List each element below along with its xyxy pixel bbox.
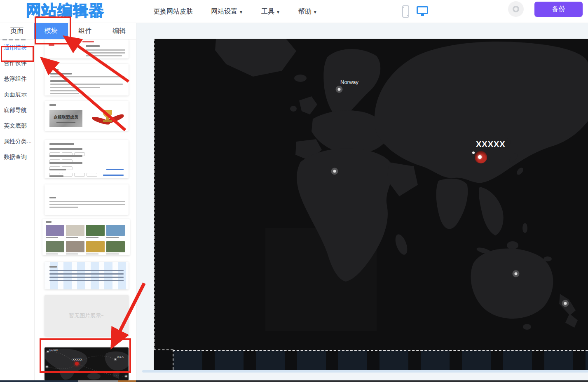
- photo-thumbnail: [46, 241, 64, 252]
- footer-tile: [338, 350, 367, 370]
- text-line: [49, 143, 74, 145]
- mini-map-label-center: XXXXX: [73, 358, 82, 361]
- category-item-合作伙伴[interactable]: 合作伙伴: [0, 55, 34, 71]
- backup-button[interactable]: 备份: [534, 2, 583, 17]
- preview-eye-button[interactable]: [508, 1, 524, 17]
- text-line: [50, 80, 68, 82]
- desktop-view-icon[interactable]: [417, 6, 428, 17]
- menu-item-4[interactable]: 帮助▼: [298, 7, 317, 16]
- footer-tile: [586, 350, 588, 370]
- marker-core: [564, 302, 567, 305]
- text-line: [49, 204, 125, 205]
- tab-组件[interactable]: 组件: [68, 23, 103, 39]
- world-map: [154, 39, 588, 350]
- photo-cell: [66, 241, 84, 255]
- mini-map-label-usa: U.S.A: [117, 356, 124, 358]
- module-selection-border-bottom: [154, 349, 173, 350]
- photo-cell: [106, 225, 125, 240]
- module-thumbnail-contact[interactable]: [45, 140, 129, 178]
- module-thumbnail-honor[interactable]: 企服联盟成员: [45, 101, 129, 131]
- photo-caption: [86, 254, 98, 254]
- category-item-属性分类...[interactable]: 属性分类...: [0, 133, 34, 149]
- category-item-英文底部[interactable]: 英文底部: [0, 118, 34, 133]
- footer-tile: [215, 350, 244, 370]
- photo-cell: [86, 241, 105, 255]
- menu-item-label: 更换网站皮肤: [153, 8, 193, 15]
- photo-cell: [86, 225, 105, 240]
- trophy-cup: [103, 110, 112, 117]
- menu-item-label: 网站设置: [211, 8, 237, 15]
- photo-thumbnail: [86, 225, 105, 236]
- mini-map-dot: [46, 366, 48, 368]
- footer-divider: [142, 370, 588, 373]
- footer-tile: [462, 350, 491, 370]
- chevron-down-icon: ▼: [276, 10, 280, 14]
- footer-tile: [503, 350, 532, 370]
- footer-tile: [173, 350, 202, 370]
- tab-模块[interactable]: 模块: [34, 23, 68, 39]
- marker-spark: [472, 151, 475, 154]
- text-line: [49, 201, 125, 202]
- map-marker-2: [331, 168, 338, 175]
- text-line: [49, 273, 124, 275]
- map-label-norway: Norway: [340, 79, 358, 85]
- footer-tile: [544, 350, 573, 370]
- trophy-stem: [106, 117, 109, 120]
- menu-item-3[interactable]: 工具▼: [261, 7, 280, 16]
- category-item-悬浮组件[interactable]: 悬浮组件: [0, 71, 34, 86]
- category-item-底部导航[interactable]: 底部导航: [0, 102, 34, 118]
- text-line: [103, 175, 124, 176]
- tab-页面[interactable]: 页面: [0, 23, 34, 39]
- module-thumbnail-striped[interactable]: [45, 262, 129, 289]
- category-item-通用模块[interactable]: 通用模块: [0, 40, 34, 55]
- map-marker-xxxxx: [475, 151, 487, 163]
- footer-nav-module[interactable]: [154, 350, 588, 370]
- world-map-module[interactable]: NorwayXXXXX: [154, 39, 588, 350]
- trophy-image: [93, 109, 122, 128]
- module-selection-border-left: [154, 39, 155, 350]
- text-line: [86, 45, 100, 47]
- photo-row: [46, 241, 127, 255]
- trophy-base: [103, 120, 112, 122]
- photo-cell: [46, 225, 64, 240]
- module-thumbnail-mini-map[interactable]: NorwayU.S.AXXXXX: [45, 347, 129, 380]
- menu-item-1[interactable]: 更换网站皮肤: [153, 7, 193, 16]
- module-thumbnail-article[interactable]: [45, 40, 129, 58]
- module-selection-border-bottom2: [173, 350, 588, 351]
- text-line: [49, 266, 57, 268]
- text-line: [50, 90, 79, 91]
- category-item-数据查询[interactable]: 数据查询: [0, 149, 34, 165]
- text-line: [50, 93, 79, 94]
- text-line: [49, 169, 66, 170]
- chevron-down-icon: ▼: [239, 10, 243, 14]
- photo-thumbnail: [106, 225, 125, 236]
- marker-halo: [336, 86, 343, 93]
- text-line: [49, 277, 124, 278]
- striped-background: [45, 262, 129, 289]
- photo-cell: [46, 241, 64, 255]
- module-thumbnail-paragraph[interactable]: [45, 184, 129, 215]
- mobile-view-icon[interactable]: [402, 5, 409, 18]
- menu-item-2[interactable]: 网站设置▼: [211, 7, 243, 16]
- module-thumbnail-text-block[interactable]: [45, 64, 129, 96]
- category-sidebar: 通用模块合作伙伴悬浮组件页面展示底部导航英文底部属性分类...数据查询: [0, 40, 35, 382]
- text-line: [49, 270, 124, 271]
- footer-tile: [256, 350, 285, 370]
- category-item-页面展示[interactable]: 页面展示: [0, 86, 34, 102]
- tab-编辑[interactable]: 编辑: [102, 23, 136, 39]
- text-line: [50, 76, 124, 77]
- map-label-xxxxx: XXXXX: [476, 140, 506, 149]
- photo-cell: [106, 241, 125, 255]
- marker-core: [338, 88, 341, 91]
- photo-caption: [106, 254, 119, 254]
- mini-map-dot: [125, 375, 127, 377]
- chevron-down-icon: ▼: [313, 10, 317, 14]
- photo-thumbnail: [106, 241, 125, 252]
- photo-thumbnail: [66, 225, 84, 236]
- text-line: [50, 73, 72, 75]
- tag-chip: [87, 173, 97, 177]
- module-thumbnail-gallery[interactable]: [42, 219, 130, 255]
- module-thumbnail-empty[interactable]: 暂无图片展示~: [45, 295, 129, 336]
- header: 网站编辑器 更换网站皮肤网站设置▼工具▼帮助▼ 备份: [0, 0, 588, 23]
- website-editor-app: 网站编辑器 更换网站皮肤网站设置▼工具▼帮助▼ 备份 页面模块组件编辑 通用模块…: [0, 0, 588, 382]
